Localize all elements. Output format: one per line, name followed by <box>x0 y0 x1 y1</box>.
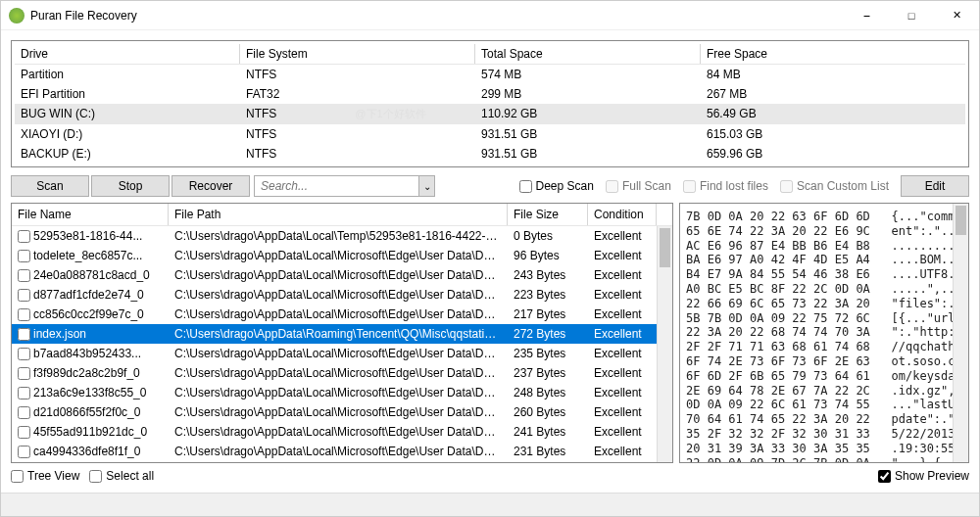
row-checkbox[interactable] <box>18 367 30 380</box>
tree-view-checkbox[interactable]: Tree View <box>11 469 79 483</box>
file-condition: Excellent <box>588 307 657 321</box>
maximize-button[interactable]: □ <box>889 1 934 30</box>
scrollbar[interactable] <box>953 204 968 462</box>
file-path: C:\Users\drago\AppData\Local\Microsoft\E… <box>169 268 508 282</box>
file-condition: Excellent <box>588 386 657 400</box>
file-size: 260 Bytes <box>508 405 588 419</box>
row-checkbox[interactable] <box>18 328 30 341</box>
file-path: C:\Users\drago\AppData\Local\Microsoft\E… <box>169 386 508 400</box>
row-checkbox[interactable] <box>18 446 30 458</box>
scrollbar-thumb[interactable] <box>956 206 966 235</box>
search-input-combo[interactable]: ⌄ <box>254 175 435 197</box>
find-lost-files-checkbox[interactable]: Find lost files <box>683 179 768 193</box>
table-row[interactable]: index.jsonC:\Users\drago\AppData\Roaming… <box>12 324 672 344</box>
table-row[interactable]: 24e0a088781c8acd_0C:\Users\drago\AppData… <box>12 265 672 285</box>
file-name: index.json <box>33 327 86 341</box>
file-size: 223 Bytes <box>508 288 588 302</box>
file-name: cc856c0cc2f99e7c_0 <box>33 307 144 321</box>
header-filename[interactable]: File Name <box>12 204 169 225</box>
titlebar[interactable]: Puran File Recovery ‒ □ ✕ <box>1 1 979 30</box>
header-condition[interactable]: Condition <box>588 204 657 225</box>
table-row[interactable]: 213a6c9e133f8c55_0C:\Users\drago\AppData… <box>12 383 672 402</box>
header-total-space[interactable]: Total Space <box>475 44 701 64</box>
file-condition: Excellent <box>588 347 657 360</box>
file-condition: Excellent <box>588 405 657 419</box>
row-checkbox[interactable] <box>18 387 30 400</box>
drive-total: 931.51 GB <box>475 124 701 144</box>
table-row[interactable]: f3f989dc2a8c2b9f_0C:\Users\drago\AppData… <box>12 363 672 383</box>
drive-row[interactable]: BACKUP (E:)NTFS931.51 GB659.96 GB <box>15 144 965 164</box>
header-filesystem[interactable]: File System <box>240 44 475 64</box>
file-path: C:\Users\drago\AppData\Local\Microsoft\E… <box>169 425 508 439</box>
drive-name: Partition <box>15 65 240 84</box>
row-checkbox[interactable] <box>18 426 30 439</box>
drive-filesystem: NTFS <box>240 124 475 144</box>
file-condition: Excellent <box>588 327 657 341</box>
table-row[interactable]: d21d0866f55f2f0c_0C:\Users\drago\AppData… <box>12 402 672 422</box>
file-name: ca4994336dfe8f1f_0 <box>33 445 140 458</box>
full-scan-checkbox[interactable]: Full Scan <box>606 179 671 193</box>
table-row[interactable]: cc856c0cc2f99e7c_0C:\Users\drago\AppData… <box>12 305 672 324</box>
file-condition: Excellent <box>588 288 657 302</box>
file-size: 272 Bytes <box>508 327 588 341</box>
bottom-options: Tree View Select all Show Preview <box>11 469 969 483</box>
file-path: C:\Users\drago\AppData\Local\Temp\52953e… <box>169 229 508 243</box>
files-header-row: File Name File Path File Size Condition <box>12 204 672 226</box>
drive-row[interactable]: XIAOYI (D:)NTFS931.51 GB615.03 GB <box>15 124 965 144</box>
scan-custom-list-checkbox[interactable]: Scan Custom List <box>780 179 889 193</box>
row-checkbox[interactable] <box>18 250 30 262</box>
show-preview-checkbox[interactable]: Show Preview <box>878 469 969 483</box>
header-drive[interactable]: Drive <box>15 44 240 64</box>
row-checkbox[interactable] <box>18 230 30 243</box>
row-checkbox[interactable] <box>18 289 30 302</box>
row-checkbox[interactable] <box>18 308 30 321</box>
header-filesize[interactable]: File Size <box>508 204 588 225</box>
stop-button[interactable]: Stop <box>91 175 170 197</box>
table-row[interactable]: b7aad843b952433...C:\Users\drago\AppData… <box>12 344 672 363</box>
scan-button[interactable]: Scan <box>11 175 89 197</box>
table-row[interactable]: ca4994336dfe8f1f_0C:\Users\drago\AppData… <box>12 442 672 461</box>
table-row[interactable]: d877adf1cfde2e74_0C:\Users\drago\AppData… <box>12 285 672 305</box>
close-button[interactable]: ✕ <box>934 1 979 30</box>
table-row[interactable]: 52953e81-1816-44...C:\Users\drago\AppDat… <box>12 226 672 246</box>
select-all-checkbox[interactable]: Select all <box>89 469 154 483</box>
file-size: 235 Bytes <box>508 347 588 360</box>
table-row[interactable]: dc357d41d953b1f_0C:\Users\drago\AppData\… <box>12 461 672 462</box>
edit-button[interactable]: Edit <box>901 175 969 197</box>
deep-scan-checkbox[interactable]: Deep Scan <box>519 179 594 193</box>
chevron-down-icon[interactable]: ⌄ <box>418 176 434 196</box>
drive-row[interactable]: BUG WIN (C:)NTFS@下1个好软件110.92 GB56.49 GB <box>15 104 965 124</box>
drive-filesystem: FAT32 <box>240 84 475 104</box>
file-path: C:\Users\drago\AppData\Local\Microsoft\E… <box>169 307 508 321</box>
file-size: 217 Bytes <box>508 307 588 321</box>
table-row[interactable]: todelete_8ec6857c...C:\Users\drago\AppDa… <box>12 246 672 265</box>
row-checkbox[interactable] <box>18 348 30 360</box>
table-row[interactable]: 45f55ad911b921dc_0C:\Users\drago\AppData… <box>12 422 672 442</box>
file-condition: Excellent <box>588 445 657 458</box>
scrollbar[interactable] <box>657 226 672 462</box>
drive-row[interactable]: EFI PartitionFAT32299 MB267 MB <box>15 84 965 104</box>
scrollbar-thumb[interactable] <box>660 228 670 267</box>
file-name: 45f55ad911b921dc_0 <box>33 425 147 439</box>
row-checkbox[interactable] <box>18 406 30 419</box>
drive-total: 931.51 GB <box>475 144 701 164</box>
toolbar: Scan Stop Recover ⌄ Deep Scan Full Scan … <box>11 173 969 197</box>
row-checkbox[interactable] <box>18 269 30 282</box>
file-path: C:\Users\drago\AppData\Local\Microsoft\E… <box>169 249 508 262</box>
drive-filesystem: NTFS <box>240 144 475 164</box>
drive-name: BUG WIN (C:) <box>15 104 240 124</box>
drive-filesystem: NTFS@下1个好软件 <box>240 104 475 124</box>
header-free-space[interactable]: Free Space <box>701 44 965 64</box>
drive-row[interactable]: PartitionNTFS574 MB84 MB <box>15 65 965 84</box>
drive-free: 659.96 GB <box>701 144 965 164</box>
file-name: 52953e81-1816-44... <box>33 229 142 243</box>
file-name: f3f989dc2a8c2b9f_0 <box>33 366 140 380</box>
files-table: File Name File Path File Size Condition … <box>11 203 673 463</box>
header-filepath[interactable]: File Path <box>169 204 508 225</box>
recover-button[interactable]: Recover <box>172 175 250 197</box>
minimize-button[interactable]: ‒ <box>844 1 889 30</box>
file-size: 231 Bytes <box>508 445 588 458</box>
drive-total: 574 MB <box>475 65 701 84</box>
search-input[interactable] <box>255 179 418 193</box>
file-condition: Excellent <box>588 229 657 243</box>
